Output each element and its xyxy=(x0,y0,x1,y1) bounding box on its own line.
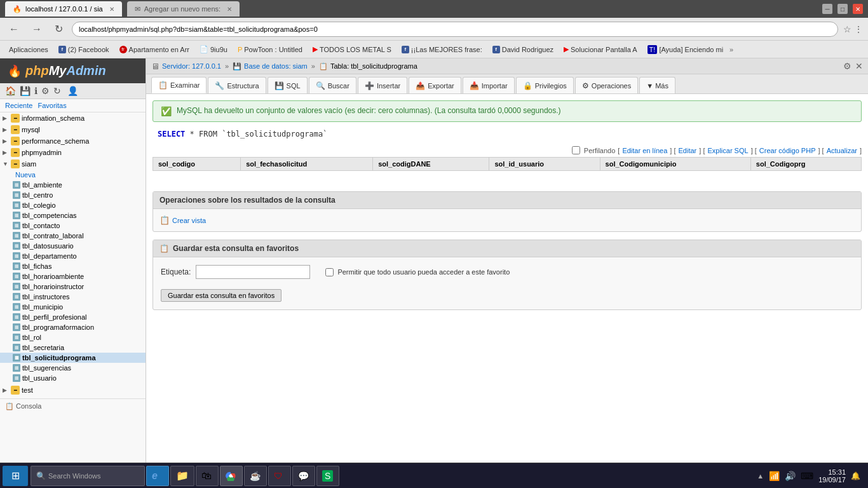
perfilando-checkbox[interactable] xyxy=(572,146,580,154)
tray-expand-icon[interactable]: ▲ xyxy=(757,472,764,480)
col-sol-codigo[interactable]: sol_codigo xyxy=(153,158,241,171)
table-tbl-programa[interactable]: ▦ tbl_programaformacion xyxy=(0,322,146,332)
table-tbl-sugerencias[interactable]: ▦ tbl_sugerencias xyxy=(0,363,146,373)
create-php-link[interactable]: Crear código PHP xyxy=(759,147,816,154)
table-tbl-municipio[interactable]: ▦ tbl_municipio xyxy=(0,302,146,312)
taskbar-item-java[interactable]: ☕ xyxy=(244,466,267,486)
table-tbl-departamento[interactable]: ▦ tbl_departamento xyxy=(0,251,146,261)
taskbar-item-skype[interactable]: 💬 xyxy=(292,466,315,486)
tab-sql[interactable]: 💾 SQL xyxy=(268,77,308,93)
col-sol-codigomunicipio[interactable]: sol_Codigomunicipio xyxy=(600,158,750,171)
bookmark-star-btn[interactable]: ☆ xyxy=(843,24,851,34)
speaker-icon[interactable]: 🔊 xyxy=(785,471,796,481)
table-tbl-horarioinstructor[interactable]: ▦ tbl_horarioinstructor xyxy=(0,281,146,292)
bookmark-fr[interactable]: fr Apartamento en Arr xyxy=(116,44,193,55)
bookmark-david[interactable]: f David Rodriguez xyxy=(489,44,557,55)
tab-inactive-close-btn[interactable]: ✕ xyxy=(227,6,232,13)
allow-all-checkbox[interactable] xyxy=(325,268,334,276)
bookmark-facebook[interactable]: f (2) Facebook xyxy=(55,44,113,55)
table-tbl-solicitudprograma[interactable]: ▦ tbl_solicitudprograma xyxy=(0,353,146,363)
tab-examinar[interactable]: 📋 Examinar xyxy=(151,77,207,93)
table-tbl-horarioambiente[interactable]: ▦ tbl_horarioambiente xyxy=(0,271,146,281)
start-button[interactable]: ⊞ xyxy=(3,466,28,486)
save-favorites-btn[interactable]: Guardar esta consulta en favoritos xyxy=(161,289,281,302)
etiqueta-input[interactable] xyxy=(196,265,310,279)
table-tbl-colegio[interactable]: ▦ tbl_colegio xyxy=(0,200,146,210)
recent-link[interactable]: Reciente xyxy=(5,102,32,109)
table-tbl-instructores[interactable]: ▦ tbl_instructores xyxy=(0,292,146,302)
col-sol-fechasolicitud[interactable]: sol_fechasolicitud xyxy=(241,158,373,171)
taskbar-item-antivirus[interactable]: 🛡 xyxy=(268,466,291,486)
db-item-mysql[interactable]: ▶ ━ mysql xyxy=(0,124,146,135)
bookmark-powtoon[interactable]: P PowToon : Untitled xyxy=(234,44,306,55)
settings-gear-icon[interactable]: ⚙ xyxy=(843,61,851,71)
table-tbl-rol[interactable]: ▦ tbl_rol xyxy=(0,332,146,342)
info-icon[interactable]: ℹ xyxy=(34,86,37,96)
tab-importar[interactable]: 📥 Importar xyxy=(463,77,515,93)
table-tbl-secretaria[interactable]: ▦ tbl_secretaria xyxy=(0,342,146,353)
refresh-btn[interactable]: ↻ xyxy=(51,22,67,36)
settings-close-icon[interactable]: ✕ xyxy=(855,61,863,71)
table-tbl-contrato-laboral[interactable]: ▦ tbl_contrato_laboral xyxy=(0,231,146,241)
keyboard-icon[interactable]: ⌨ xyxy=(801,471,813,481)
maximize-btn[interactable]: □ xyxy=(837,4,848,14)
bookmark-mejores-frases[interactable]: f ¡¡Las MEJORES frase: xyxy=(398,44,486,55)
table-tbl-ambiente[interactable]: ▦ tbl_ambiente xyxy=(0,180,146,190)
update-icon[interactable]: ↻ xyxy=(53,86,61,96)
tab-close-btn[interactable]: ✕ xyxy=(109,6,114,13)
taskbar-item-ie[interactable]: e xyxy=(146,466,169,486)
table-tbl-competencias[interactable]: ▦ tbl_competencias xyxy=(0,210,146,220)
edit-inline-link[interactable]: Editar en línea xyxy=(622,147,667,154)
breadcrumb-server[interactable]: Servidor: 127.0.0.1 xyxy=(162,62,221,70)
update-link[interactable]: Actualizar xyxy=(827,147,857,154)
back-btn[interactable]: ← xyxy=(5,22,23,36)
console-bar[interactable]: 📋 Consola xyxy=(0,398,146,413)
minimize-btn[interactable]: ─ xyxy=(822,4,832,14)
tab-privilegios[interactable]: 🔒 Privilegios xyxy=(516,77,574,93)
forward-btn[interactable]: → xyxy=(28,22,46,36)
favorites-link[interactable]: Favoritas xyxy=(37,102,66,109)
table-tbl-datosusuario[interactable]: ▦ tbl_datosusuario xyxy=(0,241,146,251)
col-sol-codigodane[interactable]: sol_codigDANE xyxy=(373,158,489,171)
tab-inactive[interactable]: ✉ Agregar un nuevo mens: ✕ xyxy=(127,1,240,17)
db-item-information-schema[interactable]: ▶ ━ information_schema xyxy=(0,112,146,124)
db-item-test[interactable]: ▶ ━ test xyxy=(0,384,146,396)
tab-exportar[interactable]: 📤 Exportar xyxy=(409,77,461,93)
col-sol-id-usuario[interactable]: sol_id_usuario xyxy=(489,158,600,171)
explain-sql-link[interactable]: Explicar SQL xyxy=(707,147,748,154)
db-item-phpmyadmin[interactable]: ▶ ━ phpmyadmin xyxy=(0,147,146,158)
bookmarks-more[interactable]: » xyxy=(729,46,733,53)
taskbar-item-store[interactable]: 🛍 xyxy=(196,466,219,486)
tab-buscar[interactable]: 🔍 Buscar xyxy=(309,77,356,93)
bookmark-9iu9u[interactable]: 📄 9iu9u xyxy=(196,44,231,55)
tab-insertar[interactable]: ➕ Insertar xyxy=(358,77,407,93)
table-tbl-centro[interactable]: ▦ tbl_centro xyxy=(0,190,146,200)
bookmark-todos-metal[interactable]: ▶ TODOS LOS METAL S xyxy=(309,44,395,55)
tab-mas[interactable]: ▼ Más xyxy=(639,77,675,93)
bookmark-solucionar[interactable]: ▶ Solucionar Pantalla A xyxy=(560,44,641,55)
taskbar-time[interactable]: 15:31 19/09/17 xyxy=(818,468,846,484)
home-icon[interactable]: 🏠 xyxy=(5,86,16,96)
db-icon[interactable]: 💾 xyxy=(20,86,31,96)
col-sol-codigoprg[interactable]: sol_Codigoprg xyxy=(750,158,861,171)
edit-link[interactable]: Editar xyxy=(679,147,697,154)
address-bar[interactable] xyxy=(72,22,838,37)
tab-active[interactable]: 🔥 localhost / 127.0.0.1 / sia ✕ xyxy=(5,1,122,17)
breadcrumb-database[interactable]: Base de datos: siam xyxy=(244,62,308,70)
new-table-link[interactable]: Nueva xyxy=(0,170,146,180)
menu-btn[interactable]: ⋮ xyxy=(854,24,863,34)
taskbar-item-search[interactable]: 🔍 Search Windows xyxy=(31,466,145,486)
close-btn[interactable]: ✕ xyxy=(853,4,863,14)
taskbar-item-explorer[interactable]: 📁 xyxy=(170,466,194,486)
network-icon[interactable]: 📶 xyxy=(769,471,780,481)
notifications-icon[interactable]: 🔔 xyxy=(851,471,860,480)
table-tbl-usuario[interactable]: ▦ tbl_usuario xyxy=(0,373,146,383)
bookmark-aplicaciones[interactable]: Aplicaciones xyxy=(5,44,52,55)
table-tbl-contacto[interactable]: ▦ tbl_contacto xyxy=(0,220,146,231)
db-item-siam[interactable]: ▼ ━ siam xyxy=(0,158,146,170)
tab-operaciones[interactable]: ⚙ Operaciones xyxy=(575,77,638,93)
user-icon[interactable]: 👤 xyxy=(67,86,78,96)
table-tbl-fichas[interactable]: ▦ tbl_fichas xyxy=(0,261,146,271)
create-view-btn[interactable]: 📋 Crear vista xyxy=(159,215,855,225)
tab-estructura[interactable]: 🔧 Estructura xyxy=(208,77,266,93)
